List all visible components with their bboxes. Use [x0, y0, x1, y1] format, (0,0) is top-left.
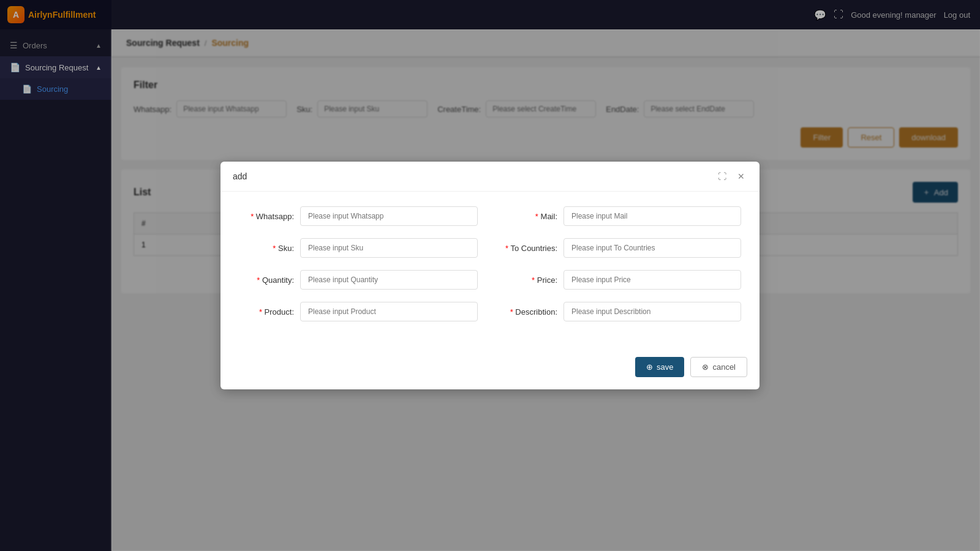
modal-row-4: * Product: * Describtion: — [239, 302, 741, 321]
modal-overlay[interactable]: add ⛶ ✕ * Whatsapp: * Mail: — [0, 0, 980, 551]
modal-row-2: * Sku: * To Countries: — [239, 238, 741, 258]
modal-field-mail: * Mail: — [502, 206, 741, 226]
modal-field-sku: * Sku: — [239, 238, 478, 258]
modal-field-whatsapp: * Whatsapp: — [239, 206, 478, 226]
modal-field-quantity: * Quantity: — [239, 270, 478, 290]
modal-field-price: * Price: — [502, 270, 741, 290]
modal-input-mail[interactable] — [564, 206, 741, 226]
modal-label-description: * Describtion: — [502, 307, 557, 317]
modal-input-price[interactable] — [564, 270, 741, 290]
modal-title: add — [233, 171, 247, 181]
modal-close-button[interactable]: ✕ — [735, 170, 747, 182]
cancel-icon: ⊗ — [702, 362, 709, 372]
modal-input-to-countries[interactable] — [564, 238, 741, 258]
modal-input-product[interactable] — [300, 302, 478, 321]
modal-controls: ⛶ ✕ — [715, 170, 747, 182]
modal-input-whatsapp[interactable] — [300, 206, 478, 226]
modal-field-description: * Describtion: — [502, 302, 741, 321]
modal-label-price: * Price: — [502, 276, 557, 285]
modal-label-whatsapp: * Whatsapp: — [239, 212, 294, 221]
modal-label-quantity: * Quantity: — [239, 276, 294, 285]
modal-body: * Whatsapp: * Mail: * — [221, 192, 760, 348]
modal-label-sku: * Sku: — [239, 244, 294, 253]
modal-row-1: * Whatsapp: * Mail: — [239, 206, 741, 226]
modal-label-product: * Product: — [239, 307, 294, 317]
modal-field-to-countries: * To Countries: — [502, 238, 741, 258]
save-icon: ⊕ — [646, 362, 653, 372]
modal-input-sku[interactable] — [300, 238, 478, 258]
modal-expand-button[interactable]: ⛶ — [715, 170, 729, 182]
modal-input-quantity[interactable] — [300, 270, 478, 290]
modal-label-mail: * Mail: — [502, 212, 557, 221]
modal-save-button[interactable]: ⊕ save — [635, 357, 684, 377]
modal-header: add ⛶ ✕ — [221, 162, 760, 192]
modal: add ⛶ ✕ * Whatsapp: * Mail: — [221, 162, 760, 389]
modal-field-product: * Product: — [239, 302, 478, 321]
modal-row-3: * Quantity: * Price: — [239, 270, 741, 290]
modal-input-description[interactable] — [564, 302, 741, 321]
modal-cancel-button[interactable]: ⊗ cancel — [690, 357, 747, 377]
modal-label-to-countries: * To Countries: — [502, 244, 557, 253]
modal-footer: ⊕ save ⊗ cancel — [221, 348, 760, 389]
